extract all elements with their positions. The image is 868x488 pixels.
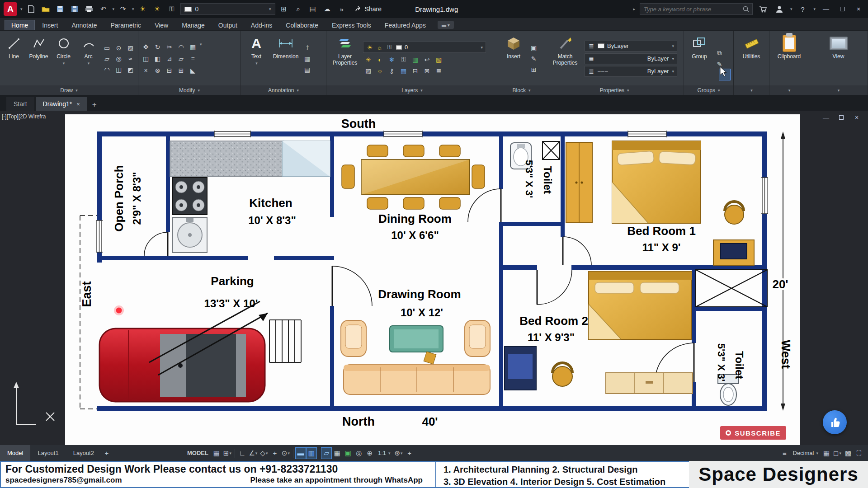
dynamic-input-toggle[interactable]: ▱ bbox=[321, 447, 332, 459]
undo-caret[interactable]: ▾ bbox=[113, 7, 115, 11]
array-tool-icon[interactable]: ▦ bbox=[188, 42, 198, 52]
tab-addins[interactable]: Add-ins bbox=[245, 20, 278, 30]
line-button[interactable]: Line bbox=[2, 33, 25, 84]
help-caret[interactable]: ▾ bbox=[813, 7, 816, 11]
help-icon[interactable]: ? bbox=[797, 4, 808, 14]
gradient-tool-icon[interactable]: ◩ bbox=[125, 65, 136, 74]
sign-in-avatar-icon[interactable] bbox=[774, 4, 785, 14]
layer-delete-icon[interactable]: ⊠ bbox=[422, 66, 432, 75]
help-search-input[interactable] bbox=[644, 6, 743, 13]
quick-measure-icon[interactable]: ▦ bbox=[821, 447, 832, 459]
new-drawing-tab-button[interactable]: + bbox=[89, 99, 100, 111]
help-search[interactable] bbox=[640, 3, 753, 15]
annotation-scale-add[interactable]: + bbox=[404, 447, 415, 459]
ellipse-tool-icon[interactable]: ⊙ bbox=[113, 43, 124, 52]
close-tab-icon[interactable]: × bbox=[76, 101, 80, 108]
layer-match-icon[interactable]: ▥ bbox=[410, 55, 420, 64]
tab-view[interactable]: View bbox=[148, 20, 175, 30]
save-as-icon[interactable] bbox=[69, 4, 80, 14]
layer-lock-icon[interactable]: ⚿ bbox=[166, 4, 178, 14]
isolate-objects-icon[interactable]: ◻▾ bbox=[832, 447, 843, 459]
workspace-icon[interactable]: ⊞ bbox=[278, 4, 290, 14]
hatch-tool-icon[interactable]: ▨ bbox=[125, 43, 136, 52]
offset-tool-icon[interactable]: ≡ bbox=[188, 54, 198, 63]
app-close-button[interactable]: × bbox=[853, 3, 864, 15]
layer-state-icon[interactable]: ▧ bbox=[434, 55, 444, 64]
search-collapse-caret[interactable]: ▸ bbox=[633, 7, 635, 11]
layer-off-icon[interactable]: ☀ bbox=[363, 55, 373, 64]
annotation-panel-footer[interactable]: Annotation▾ bbox=[241, 85, 326, 95]
trim-tool-icon[interactable]: ✂ bbox=[164, 42, 175, 52]
dimension-button[interactable]: Dimension bbox=[271, 33, 300, 84]
object-color-dropdown[interactable]: ≣ ByLayer ▾ bbox=[585, 41, 677, 52]
tab-output[interactable]: Output bbox=[212, 20, 244, 30]
layer-thaw-icon[interactable]: ☼ bbox=[375, 66, 385, 75]
layer-freeze-sun-icon[interactable]: ☀ bbox=[151, 4, 163, 14]
polyline-button[interactable]: Polyline bbox=[27, 33, 50, 84]
leader-tool-icon[interactable]: ⤴ bbox=[302, 43, 312, 52]
tab-featured-apps[interactable]: Featured Apps bbox=[378, 20, 432, 30]
block-panel-footer[interactable]: Block▾ bbox=[498, 85, 545, 95]
banner-email[interactable]: spacedesigners785@gmail.com bbox=[5, 476, 122, 485]
like-overlay-button[interactable] bbox=[823, 410, 847, 434]
tab-parametric[interactable]: Parametric bbox=[104, 20, 147, 30]
qat-more-icon[interactable]: » bbox=[336, 4, 348, 14]
new-file-icon[interactable] bbox=[25, 4, 37, 14]
ribbon-display-toggle[interactable]: ▬ ▾ bbox=[438, 21, 454, 29]
subscribe-overlay-button[interactable]: SUBSCRIBE bbox=[720, 426, 786, 440]
account-caret[interactable]: ▾ bbox=[790, 7, 793, 11]
qat-layer-dropdown[interactable]: 0 ▾ bbox=[180, 3, 275, 15]
snap-toggle[interactable]: ⊞▾ bbox=[222, 447, 233, 459]
array-caret[interactable]: ▾ bbox=[200, 42, 202, 52]
point-tool-icon[interactable]: ◠ bbox=[102, 65, 112, 74]
annotation-visibility-toggle[interactable]: ⊕ bbox=[364, 447, 375, 459]
mirror-tool-icon[interactable]: ◧ bbox=[152, 54, 163, 63]
rotate-tool-icon[interactable]: ↻ bbox=[152, 42, 163, 52]
annotation-scale-control[interactable]: 1:1▾ bbox=[375, 450, 393, 456]
osnap-tracking-toggle[interactable]: + bbox=[269, 447, 280, 459]
plot-icon[interactable] bbox=[83, 4, 95, 14]
chamfer-tool-icon[interactable]: ◣ bbox=[188, 66, 198, 75]
layer-settings-icon[interactable]: ≣ bbox=[434, 66, 444, 75]
utilities-panel-footer[interactable]: ▾ bbox=[734, 85, 769, 95]
edit-block-icon[interactable]: ✎ bbox=[528, 54, 539, 63]
model-space-indicator[interactable]: MODEL bbox=[184, 450, 211, 456]
layer-isolate-icon[interactable]: ◐ bbox=[375, 55, 385, 64]
layer-prev-icon[interactable]: ↩ bbox=[422, 55, 432, 64]
layout1-tab[interactable]: Layout1 bbox=[30, 445, 66, 461]
layer-properties-button[interactable]: Layer Properties bbox=[329, 33, 361, 84]
open-file-icon[interactable] bbox=[40, 4, 52, 14]
search-tool-icon[interactable]: ⌕ bbox=[292, 4, 304, 14]
erase-tool-icon[interactable]: × bbox=[141, 66, 151, 75]
donut-tool-icon[interactable]: ◎ bbox=[113, 54, 124, 63]
create-block-icon[interactable]: ▣ bbox=[528, 43, 539, 52]
tab-express-tools[interactable]: Express Tools bbox=[326, 20, 377, 30]
rectangle-tool-icon[interactable]: ▭ bbox=[102, 43, 112, 52]
transparency-toggle[interactable]: ▥ bbox=[306, 447, 317, 459]
doc-restore-button[interactable] bbox=[835, 112, 847, 123]
sheet-set-icon[interactable]: ▤ bbox=[307, 4, 319, 14]
cloud-icon[interactable]: ☁ bbox=[321, 4, 333, 14]
text-button[interactable]: A Text▾ bbox=[243, 33, 269, 84]
graphics-performance-icon[interactable]: ▩ bbox=[843, 447, 854, 459]
table-tool-icon[interactable]: ▦ bbox=[302, 54, 312, 63]
floor-plan-canvas[interactable]: South North 40' East West 20' Open Porch… bbox=[65, 114, 800, 445]
ungroup-icon[interactable]: ⧉ bbox=[714, 48, 725, 58]
tab-insert[interactable]: Insert bbox=[36, 20, 64, 30]
file-tab-start[interactable]: Start bbox=[6, 97, 34, 111]
circle-button[interactable]: Circle▾ bbox=[52, 33, 75, 84]
hardware-acceleration-icon[interactable]: ≡ bbox=[779, 447, 790, 459]
app-restore-button[interactable] bbox=[836, 3, 848, 15]
file-tab-drawing1[interactable]: Drawing1* × bbox=[36, 97, 87, 111]
explode-tool-icon[interactable]: ⊗ bbox=[152, 66, 163, 75]
fillet-tool-icon[interactable]: ◠ bbox=[176, 42, 186, 52]
block-attributes-icon[interactable]: ⊞ bbox=[528, 65, 539, 74]
isometric-drafting-toggle[interactable]: ◇▾ bbox=[259, 447, 269, 459]
tab-manage[interactable]: Manage bbox=[175, 20, 211, 30]
redo-caret[interactable]: ▾ bbox=[132, 7, 134, 11]
scale-tool-icon[interactable]: ⊿ bbox=[164, 54, 175, 63]
app-minimize-button[interactable]: — bbox=[820, 3, 832, 15]
mtext-tool-icon[interactable]: ▤ bbox=[302, 65, 312, 74]
quick-properties-toggle[interactable]: ▣ bbox=[343, 447, 354, 459]
layer-on-bulb-icon[interactable]: ☀ bbox=[137, 4, 149, 14]
